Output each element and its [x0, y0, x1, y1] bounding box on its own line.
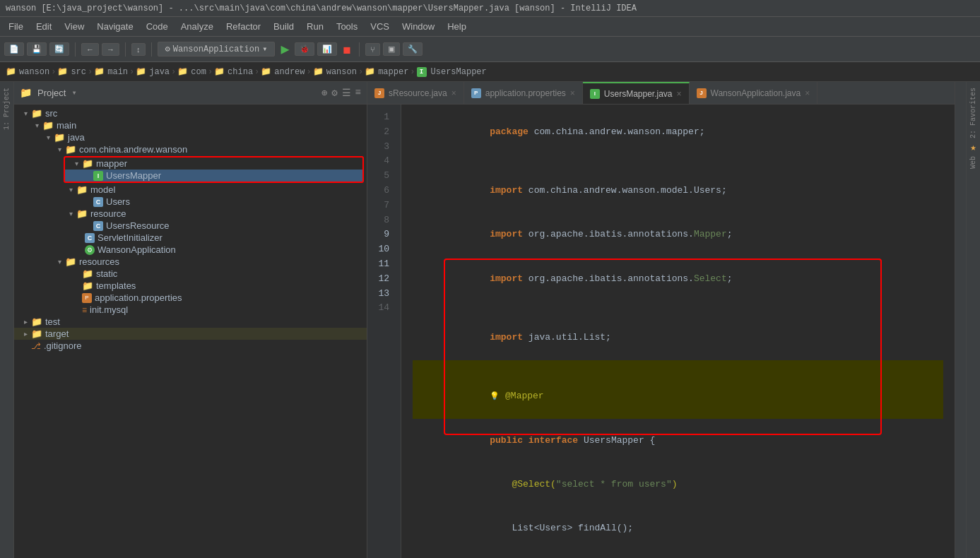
tab-close-usersmapper[interactable]: ×	[677, 89, 682, 99]
tab-close-sresource[interactable]: ×	[451, 88, 456, 98]
coverage-btn[interactable]: 📊	[317, 42, 337, 56]
tab-wansonapplication[interactable]: J WansonApplication.java ×	[690, 82, 818, 104]
tree-usersresource[interactable]: C UsersResource	[14, 220, 367, 232]
breadcrumb-wanson2[interactable]: 📁 wanson	[313, 66, 357, 77]
folder-mapper-icon: 📁	[365, 66, 375, 77]
breadcrumb-mapper[interactable]: 📁 mapper	[365, 66, 408, 77]
folder-wanson2-icon: 📁	[313, 66, 324, 77]
tree-initmysql[interactable]: ≡ init.mysql	[14, 304, 367, 316]
breadcrumb-wanson[interactable]: 📁 wanson	[6, 66, 49, 77]
line-num-6: 6	[367, 184, 395, 198]
run-btn[interactable]: ▶	[278, 39, 292, 59]
code-line-5: import org.apache.ibatis.annotations.Sel…	[413, 257, 943, 301]
project-header: 📁 Project ▾ ⊕ ⚙ ☰ ≡	[14, 82, 367, 105]
web-label[interactable]: Web	[968, 153, 979, 172]
config-label: WansonApplication	[173, 44, 259, 54]
save-btn[interactable]: 💾	[27, 42, 47, 56]
git-btn[interactable]: ⑂	[365, 43, 380, 56]
tab-usersmapper[interactable]: I UsersMapper.java ×	[583, 82, 690, 104]
tree-src[interactable]: ▾ 📁 src	[14, 107, 367, 119]
project-dropdown-icon[interactable]: ▾	[71, 88, 76, 98]
locate-icon[interactable]: ⊕	[321, 87, 327, 99]
tree-wansonapplication[interactable]: ⚙ WansonApplication	[14, 244, 367, 256]
tree-resources[interactable]: ▾ 📁 resources	[14, 256, 367, 268]
sort-btn[interactable]: ↕	[131, 43, 146, 56]
tab-close-appprops[interactable]: ×	[570, 88, 575, 98]
line-num-1: 1	[367, 110, 395, 125]
tree-static[interactable]: 📁 static	[14, 268, 367, 280]
code-line-3: import com.china.andrew.wanson.model.Use…	[413, 169, 943, 213]
breadcrumb-usersmapper[interactable]: I UsersMapper	[417, 67, 487, 77]
code-line-13: }	[413, 551, 943, 558]
debug-btn[interactable]: 🐞	[295, 42, 314, 56]
layout-icon[interactable]: ☰	[342, 87, 351, 99]
back-btn[interactable]: ←	[81, 43, 99, 56]
menu-build[interactable]: Build	[268, 19, 300, 34]
code-content[interactable]: package com.china.andrew.wanson.mapper; …	[401, 105, 955, 558]
menu-bar: File Edit View Navigate Code Analyze Ref…	[0, 17, 980, 37]
tree-resource-label: resource	[90, 208, 126, 219]
menu-run[interactable]: Run	[301, 19, 329, 34]
terminal-btn[interactable]: ▣	[383, 42, 400, 56]
folder-resource-tree-icon: 📁	[76, 208, 88, 219]
settings-icon[interactable]: ⚙	[331, 87, 337, 99]
menu-code[interactable]: Code	[141, 19, 174, 34]
tree-resources-label: resources	[79, 256, 119, 267]
tree-users[interactable]: C Users	[14, 196, 367, 208]
forward-btn[interactable]: →	[102, 43, 119, 56]
line-num-8: 8	[367, 213, 395, 228]
config-dropdown[interactable]: ⚙ WansonApplication ▾	[158, 42, 276, 57]
folder-src-tree-icon: 📁	[31, 108, 42, 119]
breadcrumb-src[interactable]: 📁 src	[57, 66, 86, 77]
line-num-7: 7	[367, 198, 395, 213]
menu-edit[interactable]: Edit	[30, 19, 57, 34]
tree-servletinitializer[interactable]: C ServletInitializer	[14, 232, 367, 244]
menu-analyze[interactable]: Analyze	[175, 19, 219, 34]
tree-resource[interactable]: ▾ 📁 resource	[14, 208, 367, 220]
line-num-14: 14	[367, 301, 395, 316]
menu-navigate[interactable]: Navigate	[91, 19, 138, 34]
folder-src-icon: 📁	[57, 66, 68, 77]
tree-java[interactable]: ▾ 📁 java	[14, 131, 367, 143]
tree-model[interactable]: ▾ 📁 model	[14, 184, 367, 196]
tree-users-label: Users	[106, 196, 130, 207]
menu-window[interactable]: Window	[396, 19, 440, 34]
tab-close-wansonapplication[interactable]: ×	[805, 88, 810, 98]
breadcrumb-java[interactable]: 📁 java	[136, 66, 170, 77]
tree-target[interactable]: ▸ 📁 target	[14, 328, 367, 340]
breadcrumb-china[interactable]: 📁 china	[214, 66, 253, 77]
breadcrumb-com[interactable]: 📁 com	[177, 66, 206, 77]
tree-usersmapper[interactable]: I UsersMapper	[65, 170, 362, 182]
tree-mapper[interactable]: ▾ 📁 mapper	[65, 158, 362, 170]
project-header-icons: ⊕ ⚙ ☰ ≡	[321, 87, 361, 99]
tree-appprops[interactable]: P application.properties	[14, 292, 367, 304]
menu-file[interactable]: File	[3, 19, 29, 34]
menu-vcs[interactable]: VCS	[365, 19, 395, 34]
new-file-btn[interactable]: 📄	[4, 42, 24, 56]
tree-pkg[interactable]: ▾ 📁 com.china.andrew.wanson	[14, 143, 367, 155]
folder-pkg-tree-icon: 📁	[65, 144, 76, 155]
tree-test[interactable]: ▸ 📁 test	[14, 316, 367, 328]
menu-tools[interactable]: Tools	[331, 19, 363, 34]
collapse-icon[interactable]: ≡	[355, 87, 361, 99]
tree-templates[interactable]: 📁 templates	[14, 280, 367, 292]
breadcrumb-main[interactable]: 📁 main	[94, 66, 128, 77]
tree-main[interactable]: ▾ 📁 main	[14, 119, 367, 131]
tab-appprops[interactable]: P application.properties ×	[464, 82, 583, 104]
stop-btn[interactable]: ◼	[340, 40, 353, 59]
favorites-label[interactable]: 2: Favorites	[968, 85, 979, 141]
tree-wansonapplication-label: WansonApplication	[98, 244, 176, 255]
menu-view[interactable]: View	[59, 19, 90, 34]
menu-refactor[interactable]: Refactor	[220, 19, 266, 34]
menu-help[interactable]: Help	[442, 19, 472, 34]
breadcrumb-andrew[interactable]: 📁 andrew	[261, 66, 305, 77]
project-strip-label[interactable]: 1: Project	[1, 85, 12, 133]
sync-btn[interactable]: 🔄	[49, 42, 69, 56]
tree-gitignore[interactable]: ⎇ .gitignore	[14, 340, 367, 352]
folder-china-icon: 📁	[214, 66, 225, 77]
line-num-13: 13	[367, 287, 395, 302]
build-btn[interactable]: 🔧	[403, 42, 423, 56]
kw-interface: interface	[529, 435, 578, 446]
tree-src-label: src	[45, 108, 57, 119]
tab-sresource[interactable]: J sResource.java ×	[367, 82, 464, 104]
